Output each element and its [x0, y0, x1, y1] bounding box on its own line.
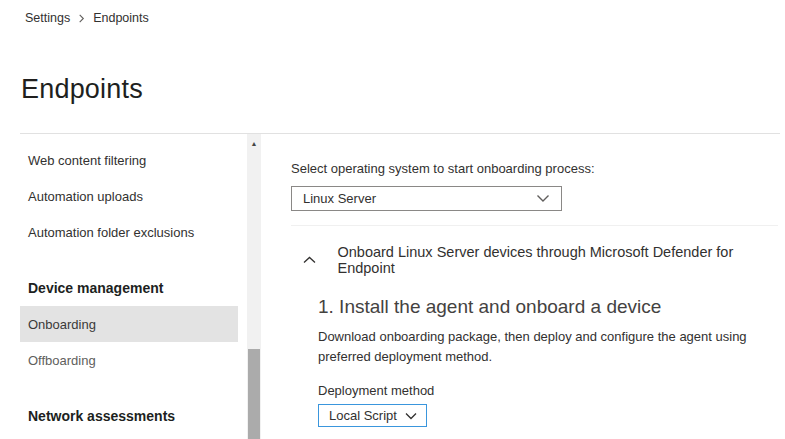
accordion-title: Onboard Linux Server devices through Mic…: [338, 244, 779, 276]
sidebar-item-offboarding[interactable]: Offboarding: [20, 342, 238, 378]
sidebar-item-automation-uploads[interactable]: Automation uploads: [20, 178, 238, 214]
chevron-down-icon: [536, 194, 550, 203]
breadcrumb-endpoints[interactable]: Endpoints: [93, 11, 149, 25]
sidebar-section-network-assessments: Network assessments: [20, 398, 238, 434]
os-select-dropdown[interactable]: Linux Server: [291, 186, 562, 211]
sidebar-section-device-management: Device management: [20, 270, 238, 306]
deployment-method-label: Deployment method: [318, 383, 778, 398]
chevron-up-icon[interactable]: [303, 256, 317, 264]
section-divider: [291, 225, 778, 226]
breadcrumb: Settings Endpoints: [25, 11, 149, 25]
breadcrumb-settings[interactable]: Settings: [25, 11, 70, 25]
scrollbar-thumb[interactable]: [248, 349, 260, 439]
step-description: Download onboarding package, then deploy…: [318, 327, 770, 367]
sidebar-item-web-content-filtering[interactable]: Web content filtering: [20, 142, 238, 178]
deployment-method-dropdown[interactable]: Local Script: [318, 404, 427, 427]
chevron-right-icon: [77, 14, 86, 23]
accordion-header[interactable]: Onboard Linux Server devices through Mic…: [291, 244, 778, 276]
onboarding-main-panel: Select operating system to start onboard…: [261, 134, 780, 439]
settings-sidebar: Web content filtering Automation uploads…: [20, 134, 247, 439]
os-select-value: Linux Server: [303, 191, 376, 206]
sidebar-item-automation-folder-exclusions[interactable]: Automation folder exclusions: [20, 214, 238, 250]
triangle-up-icon[interactable]: ▲: [247, 136, 261, 150]
content-region: Web content filtering Automation uploads…: [20, 133, 780, 439]
endpoints-settings-page: Settings Endpoints Endpoints Web content…: [0, 0, 785, 439]
step-title: 1. Install the agent and onboard a devic…: [318, 296, 778, 318]
sidebar-scrollbar[interactable]: ▲: [247, 134, 261, 439]
os-select-label: Select operating system to start onboard…: [291, 161, 778, 176]
sidebar-item-onboarding[interactable]: Onboarding: [20, 306, 238, 342]
page-title: Endpoints: [21, 74, 143, 105]
deployment-method-value: Local Script: [329, 408, 397, 423]
chevron-down-icon: [405, 412, 417, 420]
step-section: 1. Install the agent and onboard a devic…: [318, 296, 778, 439]
